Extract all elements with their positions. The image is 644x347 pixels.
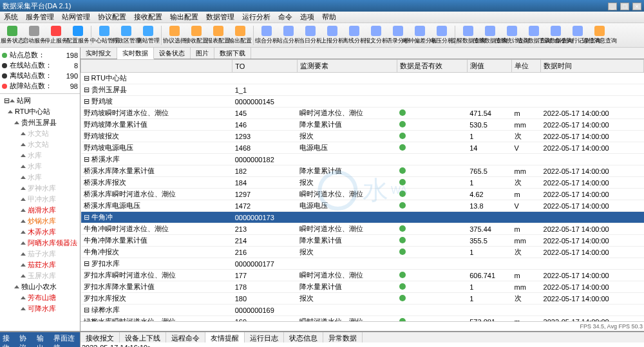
table-row[interactable]: 牛角冲降水量累计值214降水量累计值355.5mm2022-05-17 14:0… [81,235,644,247]
tab[interactable]: 图片 [191,48,214,59]
tree-node[interactable]: 阿晒水库领器法 [1,238,79,249]
table-row[interactable]: 桥溪水库降水量累计值182降水量累计值765.5mm2022-05-17 14:… [81,165,644,177]
tree-node[interactable]: 水库 [1,161,79,172]
column-header[interactable]: TO [232,60,297,73]
toolbar-button[interactable]: 测站管理 [138,24,158,46]
menu-item[interactable]: 选项 [296,12,318,22]
tree-node[interactable]: 炒锅水库 [1,216,79,227]
log-tab[interactable]: 接收报文 [80,332,120,342]
tree-node[interactable]: 水文站 [1,139,79,150]
tree-node[interactable]: 甲冲水库 [1,194,79,205]
toolbar-button[interactable]: 时钟偏差分析 [410,24,430,46]
table-row[interactable]: 罗扣水库降水量累计值178降水量累计值1mm2022-05-17 14:00:0… [81,281,644,293]
table-row[interactable]: ⊟ 牛角冲0000000173 [81,212,644,223]
log-tab[interactable]: 远程命令 [166,332,205,342]
table-row[interactable]: ⊟ 贵州玉屏县1_1 [81,84,644,96]
proto-tab[interactable]: 接收 [0,332,17,347]
tree-node[interactable]: 水库 [1,150,79,161]
toolbar-button[interactable]: 站点分析 [278,24,299,46]
tree-node[interactable]: 贵州玉屏县 [1,117,79,128]
toolbar-button[interactable]: 启动服务 [24,24,44,46]
menu-item[interactable]: 服务管理 [22,12,58,22]
minimize-icon[interactable]: _ [608,3,617,10]
table-row[interactable]: 野鸡坡报次1293报次1次2022-05-17 14:00:00 [81,131,644,142]
proto-tab[interactable]: 输出 [34,332,51,347]
table-row[interactable]: ⊟ 罗扣水库0000000177 [81,258,644,270]
log-tab[interactable]: 运行日志 [245,332,284,342]
menu-item[interactable]: 站网管理 [58,12,94,22]
tree-root[interactable]: ⊟ 站网 [1,95,79,106]
table-row[interactable]: 绿桦水库瞬时河道水位、潮位169瞬时河道水位、潮位573.081m2022-05… [81,316,644,322]
menu-item[interactable]: 输出配置 [166,12,202,22]
station-tree[interactable]: ⊟ 站网 RTU中心站贵州玉屏县水文站水文站水库水库水库罗神水库甲冲水库崩滑水库… [0,94,80,331]
menu-item[interactable]: 运行分析 [238,12,274,22]
tree-node[interactable]: 茄荭水库 [1,259,79,270]
table-row[interactable]: 牛角冲报次216报次1次2022-05-17 14:00:00 [81,247,644,258]
menu-item[interactable]: 命令 [274,12,296,22]
toolbar-button[interactable]: 综合分析 [256,24,277,46]
tree-node[interactable]: 罗神水库 [1,183,79,194]
table-row[interactable]: 桥溪水库电源电压1472电源电压13.8V2022-05-17 14:00:00 [81,200,644,212]
table-row[interactable]: 桥溪水库报次184报次1次2022-05-17 14:00:00 [81,177,644,189]
toolbar-button[interactable]: 离线分析 [344,24,365,46]
tree-node[interactable]: 芳布山塘 [1,292,79,303]
column-header[interactable]: 测值 [467,60,511,73]
toolbar-button[interactable]: 服务状态 [2,24,23,46]
toolbar-button[interactable]: 上报分析 [322,24,343,46]
table-row[interactable]: ⊟ RTU中心站 [81,73,644,84]
log-tab[interactable]: 友情提醒 [205,332,245,342]
tree-node[interactable]: 木弄水库 [1,227,79,238]
toolbar-button[interactable]: 报文分析 [366,24,386,46]
proto-tab[interactable]: 界面连接 [51,332,80,347]
log-line[interactable]: 2022-05-17 14:16:19> [82,344,643,347]
column-header[interactable] [81,60,232,73]
toolbar-button[interactable]: 运行消息查询 [589,24,610,46]
table-row[interactable]: 罗扣水库瞬时河道水位、潮位177瞬时河道水位、潮位606.741m2022-05… [81,270,644,281]
toolbar-button[interactable]: 停止服务 [46,24,66,46]
menu-item[interactable]: 系统 [0,12,22,22]
column-header[interactable]: 单位 [512,60,541,73]
tree-node[interactable]: 玉屏水库 [1,270,79,281]
log-tab[interactable]: 状态信息 [284,332,323,342]
maximize-icon[interactable]: □ [620,3,629,10]
table-row[interactable]: ⊟ 绿桦水库0000000169 [81,305,644,316]
proto-tab[interactable]: 协议 [17,332,33,347]
close-icon[interactable]: × [632,3,641,10]
table-row[interactable]: 牛角冲瞬时河道水位、潮位213瞬时河道水位、潮位375.44m2022-05-1… [81,223,644,235]
menu-item[interactable]: 帮助 [318,12,340,22]
toolbar-button[interactable]: 报表配置 [208,24,229,46]
table-row[interactable]: 野鸡坡瞬时河道水位、潮位145瞬时河道水位、潮位471.54m2022-05-1… [81,108,644,119]
tab[interactable]: 实时数据 [117,48,154,59]
column-header[interactable]: 数据时间 [541,60,644,73]
toolbar-button[interactable]: 输出配置 [230,24,251,46]
column-header[interactable]: 监测要素 [297,60,397,73]
column-header[interactable]: 数据是否有效 [397,60,467,73]
table-row[interactable]: 野鸡坡降水量累计值146降水量累计值530.5mm2022-05-17 14:0… [81,119,644,131]
toolbar-button[interactable]: 配置服务 [68,24,88,46]
toolbar-button[interactable]: 当日分析 [300,24,321,46]
log-tab[interactable]: 设备上下线 [120,332,166,342]
toolbar-button[interactable]: 电压分析 [431,24,452,46]
table-row[interactable]: 桥溪水库瞬时河道水位、潮位1297瞬时河道水位、潮位4.62m2022-05-1… [81,189,644,200]
data-grid[interactable]: 水WA TO监测要素数据是否有效测值单位数据时间⊟ RTU中心站⊟ 贵州玉屏县1… [80,59,644,321]
log-tab[interactable]: 异常数据 [323,332,363,342]
menu-item[interactable]: 接收配置 [130,12,166,22]
tree-node[interactable]: 崩滑水库 [1,205,79,216]
tab[interactable]: 数据下载 [214,48,251,59]
tree-node[interactable]: 可降水库 [1,303,79,314]
menu-item[interactable]: 协议配置 [94,12,130,22]
menu-item[interactable]: 数据管理 [202,12,238,22]
table-row[interactable]: ⊟ 野鸡坡0000000145 [81,96,644,108]
tab[interactable]: 设备状态 [154,48,191,59]
tree-node[interactable]: 水文站 [1,128,79,139]
toolbar-button[interactable]: 协议选择 [164,24,185,46]
table-row[interactable]: 罗扣水库报次180报次1次2022-05-17 14:00:00 [81,293,644,305]
tree-node[interactable]: RTU中心站 [1,106,79,117]
toolbar-button[interactable]: 接收配置 [186,24,207,46]
toolbar-button[interactable]: 行政区管理 [116,24,137,46]
table-row[interactable]: 野鸡坡电源电压1468电源电压14V2022-05-17 14:00:00 [81,142,644,154]
log-body[interactable]: 2022-05-17 14:16:19>背景：无法打开登录所请求的数据库 "Da… [80,342,644,347]
tree-node[interactable]: 茄子水库 [1,249,79,259]
tree-node[interactable]: 水库 [1,172,79,183]
tree-node[interactable]: 独山小农水 [1,281,79,292]
